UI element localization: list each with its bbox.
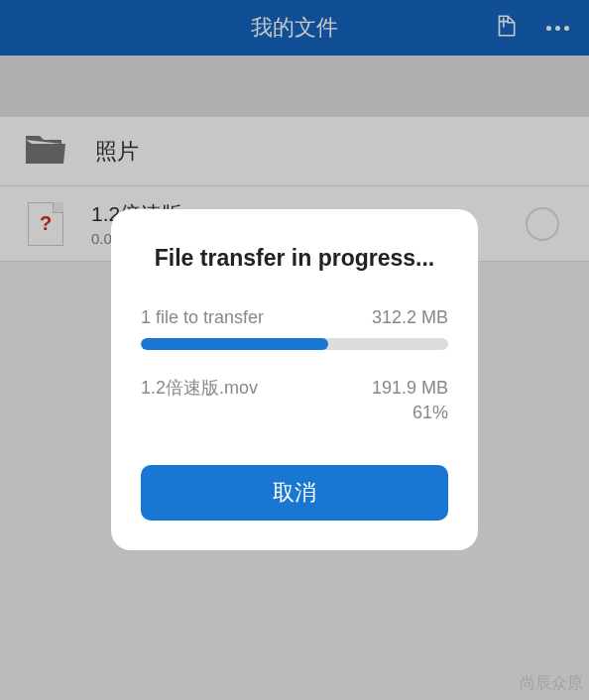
transfer-total-size: 312.2 MB: [372, 307, 448, 328]
progress-bar: [141, 338, 448, 350]
cancel-button[interactable]: 取消: [141, 465, 448, 521]
dialog-title: File transfer in progress...: [141, 245, 448, 272]
transfer-summary: 1 file to transfer 312.2 MB: [141, 307, 448, 328]
watermark: 尚辰众原: [520, 673, 583, 694]
transferred-percent: 61%: [372, 401, 448, 425]
file-progress-row: 1.2倍速版.mov 191.9 MB 61%: [141, 376, 448, 425]
transfer-count: 1 file to transfer: [141, 307, 264, 328]
transfer-dialog: File transfer in progress... 1 file to t…: [111, 209, 478, 550]
transferred-size: 191.9 MB: [372, 376, 448, 401]
current-file-name: 1.2倍速版.mov: [141, 376, 258, 425]
modal-overlay: File transfer in progress... 1 file to t…: [0, 0, 589, 700]
current-file-stats: 191.9 MB 61%: [372, 376, 448, 425]
progress-fill: [141, 338, 328, 350]
